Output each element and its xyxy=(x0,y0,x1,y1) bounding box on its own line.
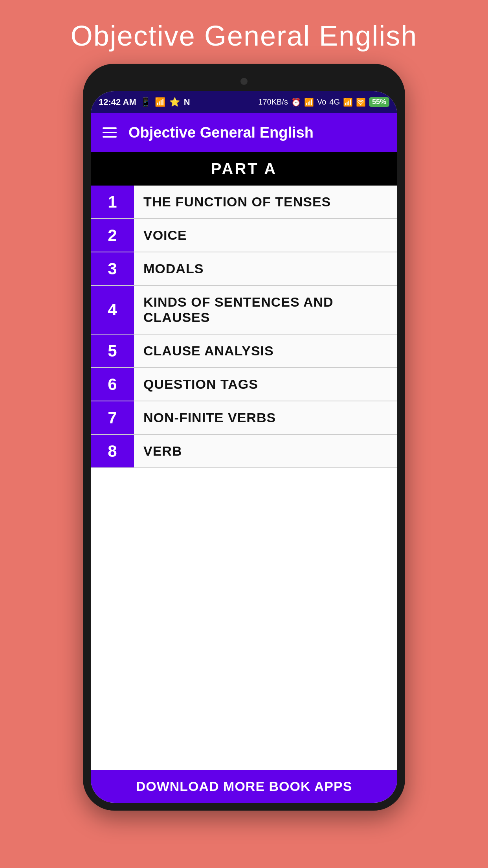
phone-top-area xyxy=(91,72,397,91)
4g-icon: 4G xyxy=(329,97,340,107)
list-item[interactable]: 4 KINDS OF SENTENCES AND CLAUSES xyxy=(91,286,397,335)
status-bar: 12:42 AM 📱 📶 ⭐ N 170KB/s ⏰ 📶 Vo 4G 📶 🛜 5… xyxy=(91,91,397,113)
status-bar-right: 170KB/s ⏰ 📶 Vo 4G 📶 🛜 55% xyxy=(258,97,389,107)
item-number-4: 4 xyxy=(91,286,134,334)
list-item[interactable]: 1 THE FUNCTION OF TENSES xyxy=(91,186,397,219)
item-label-3: MODALS xyxy=(134,252,397,285)
battery-level: 55% xyxy=(369,97,389,107)
signal2-icon: 📶 xyxy=(343,97,353,107)
alarm-icon: ⏰ xyxy=(291,97,301,107)
item-label-4: KINDS OF SENTENCES AND CLAUSES xyxy=(134,286,397,334)
item-number-3: 3 xyxy=(91,252,134,285)
app-bar-title: Objective General English xyxy=(128,124,314,141)
item-number-1: 1 xyxy=(91,186,134,218)
sim-icon: 📱 xyxy=(140,97,151,107)
item-number-2: 2 xyxy=(91,219,134,252)
item-label-7: NON-FINITE VERBS xyxy=(134,401,397,434)
item-number-6: 6 xyxy=(91,368,134,401)
item-label-2: VOICE xyxy=(134,219,397,252)
list-item[interactable]: 7 NON-FINITE VERBS xyxy=(91,401,397,435)
download-more-button[interactable]: DOWNLOAD MORE BOOK APPS xyxy=(91,770,397,803)
volte-icon: Vo xyxy=(317,97,326,107)
part-header: PART A xyxy=(91,152,397,186)
status-bar-left: 12:42 AM 📱 📶 ⭐ N xyxy=(99,97,190,107)
list-item[interactable]: 2 VOICE xyxy=(91,219,397,252)
app-background-title: Objective General English xyxy=(71,20,417,52)
phone-camera xyxy=(240,78,248,85)
item-label-8: VERB xyxy=(134,435,397,467)
item-number-8: 8 xyxy=(91,435,134,467)
item-number-7: 7 xyxy=(91,401,134,434)
vpn-icon: N xyxy=(184,97,190,107)
wifi2-icon: 🛜 xyxy=(356,97,366,107)
wifi-icon: 📶 xyxy=(155,97,165,107)
network-speed: 170KB/s xyxy=(258,97,288,107)
star-icon: ⭐ xyxy=(169,97,180,107)
menu-list: 1 THE FUNCTION OF TENSES 2 VOICE 3 MODAL… xyxy=(91,186,397,770)
item-label-5: CLAUSE ANALYSIS xyxy=(134,335,397,367)
list-item[interactable]: 5 CLAUSE ANALYSIS xyxy=(91,335,397,368)
list-item[interactable]: 6 QUESTION TAGS xyxy=(91,368,397,401)
item-number-5: 5 xyxy=(91,335,134,367)
status-time: 12:42 AM xyxy=(99,97,136,107)
hamburger-menu-button[interactable] xyxy=(103,127,117,138)
signal-icon: 📶 xyxy=(304,97,314,107)
app-bar: Objective General English xyxy=(91,113,397,152)
list-item[interactable]: 3 MODALS xyxy=(91,252,397,286)
item-label-6: QUESTION TAGS xyxy=(134,368,397,401)
item-label-1: THE FUNCTION OF TENSES xyxy=(134,186,397,218)
phone-screen: 12:42 AM 📱 📶 ⭐ N 170KB/s ⏰ 📶 Vo 4G 📶 🛜 5… xyxy=(91,91,397,803)
list-item[interactable]: 8 VERB xyxy=(91,435,397,468)
phone-frame: 12:42 AM 📱 📶 ⭐ N 170KB/s ⏰ 📶 Vo 4G 📶 🛜 5… xyxy=(83,64,405,811)
